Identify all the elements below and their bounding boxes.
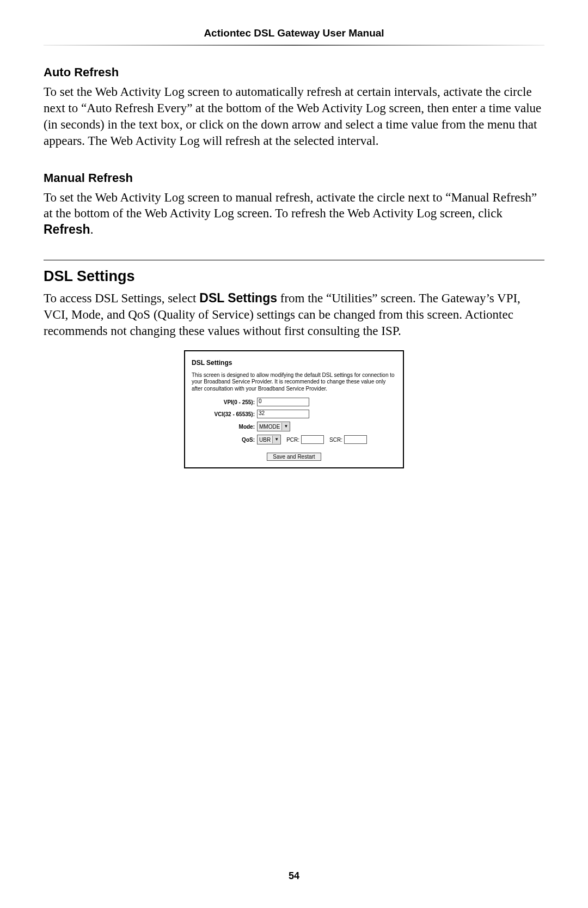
manual-refresh-body-pre: To set the Web Activity Log screen to ma… [44,191,537,221]
page-number: 54 [0,870,588,882]
scr-label: SCR: [329,437,342,443]
save-and-restart-button[interactable]: Save and Restart [267,453,321,461]
header-rule [44,45,544,46]
chevron-down-icon: ▼ [281,423,290,430]
scr-input[interactable] [344,435,367,444]
qos-row: QoS: UBR ▼ PCR: SCR: [192,435,396,444]
screenshot-desc: This screen is designed to allow modifyi… [192,372,396,393]
dsl-body-pre: To access DSL Settings, select [44,291,199,305]
manual-refresh-body-bold: Refresh [44,222,90,236]
auto-refresh-heading: Auto Refresh [44,65,544,80]
section-divider [44,260,544,260]
dsl-settings-heading: DSL Settings [44,268,544,285]
auto-refresh-body: To set the Web Activity Log screen to au… [44,84,544,149]
pcr-input[interactable] [301,435,324,444]
dsl-settings-screenshot: DSL Settings This screen is designed to … [184,350,404,469]
vci-label: VCI(32 - 65535): [192,411,257,417]
chevron-down-icon: ▼ [272,436,280,443]
screenshot-button-row: Save and Restart [192,451,396,461]
manual-refresh-heading: Manual Refresh [44,171,544,185]
vci-input[interactable]: 32 [257,410,309,418]
screenshot-title: DSL Settings [192,359,396,367]
page-header: Actiontec DSL Gateway User Manual [44,27,544,45]
vpi-label: VPI(0 - 255): [192,399,257,405]
qos-select[interactable]: UBR ▼ [257,435,281,444]
mode-label: Mode: [192,424,257,430]
dsl-settings-body: To access DSL Settings, select DSL Setti… [44,290,544,339]
mode-row: Mode: MMODE ▼ [192,422,396,431]
vci-row: VCI(32 - 65535): 32 [192,410,396,418]
mode-select[interactable]: MMODE ▼ [257,422,290,431]
pcr-label: PCR: [286,437,299,443]
mode-select-value: MMODE [259,424,280,430]
qos-select-value: UBR [259,437,271,443]
dsl-body-bold: DSL Settings [199,291,277,305]
qos-label: QoS: [192,437,257,443]
vpi-row: VPI(0 - 255): 0 [192,398,396,406]
manual-refresh-body: To set the Web Activity Log screen to ma… [44,190,544,239]
vpi-input[interactable]: 0 [257,398,309,406]
manual-refresh-body-post: . [90,223,94,236]
